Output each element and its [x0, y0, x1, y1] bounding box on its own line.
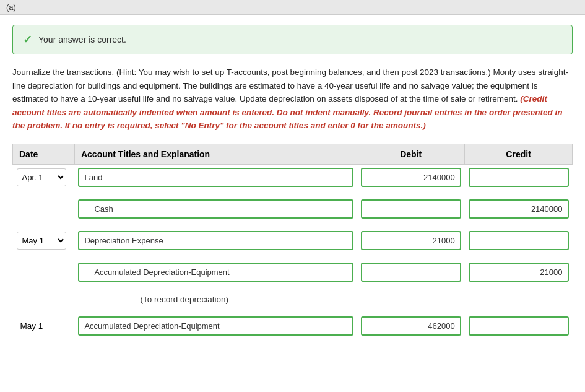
credit-input-1[interactable]	[469, 168, 569, 187]
table-row: May 1	[13, 313, 573, 339]
table-row: Apr. 1	[13, 164, 573, 190]
date-cell: Apr. 1	[13, 164, 75, 190]
instructions-main: Journalize the transactions. (Hint: You …	[12, 68, 568, 103]
check-icon: ✓	[23, 33, 32, 46]
account-input-3[interactable]	[78, 231, 353, 250]
memo-date-cell	[13, 291, 75, 307]
credit-cell	[465, 313, 573, 339]
memo-cell: (To record depreciation)	[74, 291, 572, 307]
credit-input-3[interactable]	[469, 231, 569, 250]
date-cell	[13, 196, 75, 222]
table-row	[13, 196, 573, 222]
date-select-1[interactable]: Apr. 1	[17, 168, 66, 186]
debit-input-3[interactable]	[361, 231, 461, 250]
spacer-row	[13, 285, 573, 291]
debit-input-2[interactable]	[361, 199, 461, 219]
account-cell	[74, 196, 357, 222]
account-input-6[interactable]	[78, 316, 353, 336]
header-date: Date	[13, 144, 75, 164]
header-credit: Credit	[465, 144, 573, 164]
main-content: ✓ Your answer is correct. Journalize the…	[0, 15, 585, 355]
date-select-3[interactable]: May 1	[17, 232, 66, 250]
memo-text: (To record depreciation)	[78, 292, 228, 307]
section-label: (a)	[6, 2, 16, 12]
success-banner: ✓ Your answer is correct.	[12, 25, 573, 54]
date-cell: May 1	[13, 228, 75, 253]
memo-row: (To record depreciation)	[13, 291, 573, 307]
credit-cell	[465, 164, 573, 190]
credit-cell	[465, 259, 573, 285]
debit-cell	[357, 313, 465, 339]
account-input-2[interactable]	[78, 199, 353, 219]
account-input-4[interactable]	[78, 263, 353, 282]
date-label-6: May 1	[17, 321, 43, 331]
instructions: Journalize the transactions. (Hint: You …	[12, 66, 573, 133]
table-row	[13, 259, 573, 285]
debit-cell	[357, 196, 465, 222]
top-bar: (a)	[0, 0, 585, 15]
date-cell: May 1	[13, 313, 75, 339]
debit-input-4[interactable]	[361, 263, 461, 282]
debit-cell	[357, 228, 465, 253]
debit-cell	[357, 164, 465, 190]
credit-cell	[465, 228, 573, 253]
spacer-row	[13, 222, 573, 228]
account-cell	[74, 164, 357, 190]
credit-input-2[interactable]	[469, 199, 569, 219]
credit-cell	[465, 196, 573, 222]
credit-input-6[interactable]	[469, 316, 569, 336]
account-cell	[74, 259, 357, 285]
page-container: (a) ✓ Your answer is correct. Journalize…	[0, 0, 585, 392]
debit-input-6[interactable]	[361, 316, 461, 336]
debit-cell	[357, 259, 465, 285]
account-cell	[74, 228, 357, 253]
account-input-1[interactable]	[78, 168, 353, 187]
spacer-row	[13, 253, 573, 259]
journal-table: Date Account Titles and Explanation Debi…	[12, 144, 573, 339]
spacer-row	[13, 190, 573, 196]
spacer-row	[13, 307, 573, 313]
table-row: May 1	[13, 228, 573, 253]
credit-input-4[interactable]	[469, 263, 569, 282]
header-account: Account Titles and Explanation	[74, 144, 357, 164]
date-cell	[13, 259, 75, 285]
debit-input-1[interactable]	[361, 168, 461, 187]
header-debit: Debit	[357, 144, 465, 164]
success-text: Your answer is correct.	[38, 35, 126, 45]
account-cell	[74, 313, 357, 339]
